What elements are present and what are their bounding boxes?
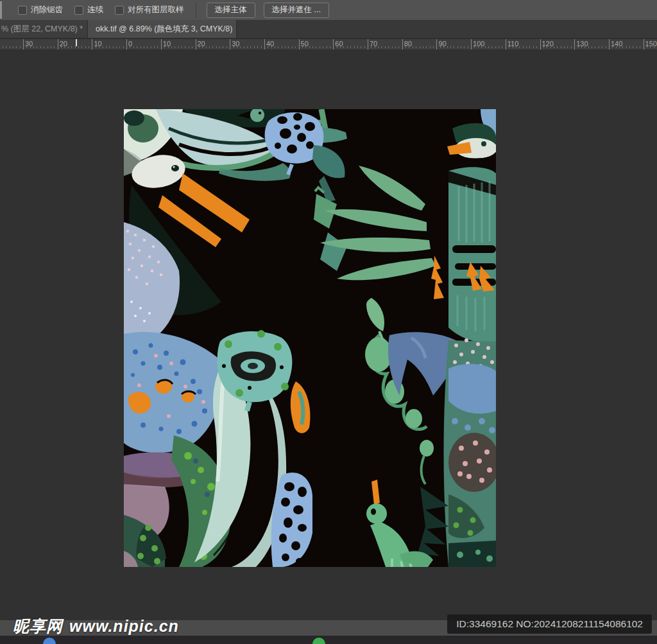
ruler-minor-tick — [240, 46, 241, 48]
artwork-image[interactable] — [124, 109, 496, 567]
ruler-minor-tick — [413, 46, 413, 48]
ruler-minor-tick — [288, 46, 289, 48]
ruler-minor-tick — [292, 46, 293, 48]
ruler-minor-tick — [468, 46, 468, 48]
ruler-minor-tick — [543, 46, 544, 48]
ruler-minor-tick — [561, 46, 561, 48]
ruler-minor-tick — [223, 46, 223, 48]
ruler-major-tick — [196, 39, 196, 49]
ruler-minor-tick — [592, 46, 592, 48]
ruler-minor-tick — [99, 46, 99, 48]
ruler-minor-tick — [37, 46, 37, 48]
ruler-minor-tick — [567, 46, 568, 48]
ruler-minor-tick — [430, 46, 431, 48]
ruler-minor-tick — [629, 46, 630, 48]
ruler-minor-tick — [381, 46, 382, 48]
ruler-minor-tick — [516, 46, 516, 48]
ruler-minor-tick — [78, 46, 79, 48]
ruler-minor-tick — [44, 46, 44, 48]
ruler-minor-tick — [212, 46, 213, 48]
ruler-minor-tick — [96, 46, 96, 48]
taskbar — [0, 636, 657, 644]
ruler-minor-tick — [395, 46, 396, 48]
ruler-major-tick — [574, 39, 575, 49]
ruler-minor-tick — [71, 46, 72, 48]
checkbox-icon[interactable] — [18, 6, 27, 15]
ruler-minor-tick — [474, 46, 475, 48]
ruler-minor-tick — [171, 46, 172, 48]
checkbox-contiguous[interactable]: 连续 — [74, 4, 103, 15]
ruler-minor-tick — [599, 46, 599, 48]
ruler-minor-tick — [423, 46, 423, 48]
ruler-minor-tick — [323, 46, 323, 48]
ruler-minor-tick — [151, 46, 151, 48]
ruler-minor-tick — [457, 46, 458, 48]
ruler-minor-tick — [420, 46, 420, 48]
taskbar-app-icon-green[interactable] — [312, 638, 325, 644]
ruler-major-tick — [230, 39, 230, 49]
ruler-minor-tick — [305, 46, 306, 48]
ruler-major-tick — [126, 39, 127, 49]
ruler-minor-tick — [398, 46, 399, 48]
ruler-minor-tick — [361, 46, 361, 48]
ruler-minor-tick — [392, 46, 393, 48]
ruler-major-tick — [471, 39, 472, 49]
canvas-work-area[interactable] — [0, 49, 657, 644]
ruler-minor-tick — [612, 46, 613, 48]
ruler-minor-tick — [106, 46, 107, 48]
ruler-minor-tick — [81, 46, 82, 48]
ruler-minor-tick — [550, 46, 551, 48]
tab-label: okk.tif @ 6.89% (颜色填充 3, CMYK/8) — [96, 24, 232, 35]
ruler-minor-tick — [433, 46, 434, 48]
ruler-minor-tick — [237, 46, 237, 48]
checkbox-sample-all-layers[interactable]: 对所有图层取样 — [115, 4, 184, 15]
image-id-badge: ID:33469162 NO:20241208211154086102 — [447, 614, 652, 634]
ruler-minor-tick — [3, 46, 3, 48]
ruler-minor-tick — [640, 46, 640, 48]
select-subject-button[interactable]: 选择主体 — [207, 3, 255, 18]
ruler-minor-tick — [357, 46, 358, 48]
tab-document-inactive[interactable]: % (图层 22, CMYK/8) * × — [0, 20, 88, 38]
ruler-minor-tick — [647, 46, 647, 48]
taskbar-app-icon-blue[interactable] — [43, 638, 56, 644]
ruler-minor-tick — [192, 46, 192, 48]
ruler-minor-tick — [443, 46, 444, 48]
ruler-minor-tick — [330, 46, 330, 48]
ruler-minor-tick — [6, 46, 6, 48]
ruler-minor-tick — [491, 46, 492, 48]
ruler-minor-tick — [302, 46, 303, 48]
checkbox-icon[interactable] — [74, 6, 83, 15]
tab-document-active[interactable]: okk.tif @ 6.89% (颜色填充 3, CMYK/8) × — [88, 20, 237, 38]
ruler-minor-tick — [182, 46, 182, 48]
ruler-minor-tick — [295, 46, 296, 48]
ruler-minor-tick — [495, 46, 496, 48]
ruler-minor-tick — [619, 46, 620, 48]
ruler-minor-tick — [189, 46, 189, 48]
watermark-site-name: 昵享网 — [13, 617, 63, 635]
ruler-minor-tick — [388, 46, 389, 48]
ruler-minor-tick — [320, 46, 320, 48]
ruler-major-tick — [92, 39, 92, 49]
ruler-minor-tick — [588, 46, 589, 48]
ruler-minor-tick — [309, 46, 310, 48]
ruler-minor-tick — [385, 46, 386, 48]
ruler-minor-tick — [137, 46, 137, 48]
ruler-major-tick — [644, 39, 644, 49]
checkbox-anti-alias[interactable]: 消除锯齿 — [18, 4, 63, 15]
ruler-major-tick — [402, 39, 403, 49]
ruler-minor-tick — [450, 46, 451, 48]
checkbox-icon[interactable] — [115, 6, 124, 15]
ruler-minor-tick — [343, 46, 344, 48]
ruler-minor-tick — [581, 46, 582, 48]
select-and-mask-button[interactable]: 选择并遮住 ... — [264, 3, 329, 18]
ruler-minor-tick — [337, 46, 337, 48]
ruler-minor-tick — [268, 46, 268, 48]
ruler-minor-tick — [175, 46, 175, 48]
ruler-minor-tick — [478, 46, 479, 48]
ruler-minor-tick — [519, 46, 520, 48]
ruler-minor-tick — [584, 46, 585, 48]
ruler-minor-tick — [426, 46, 427, 48]
ruler-cursor-marker — [76, 39, 77, 46]
ruler-minor-tick — [622, 46, 623, 48]
ruler-minor-tick — [526, 46, 527, 48]
